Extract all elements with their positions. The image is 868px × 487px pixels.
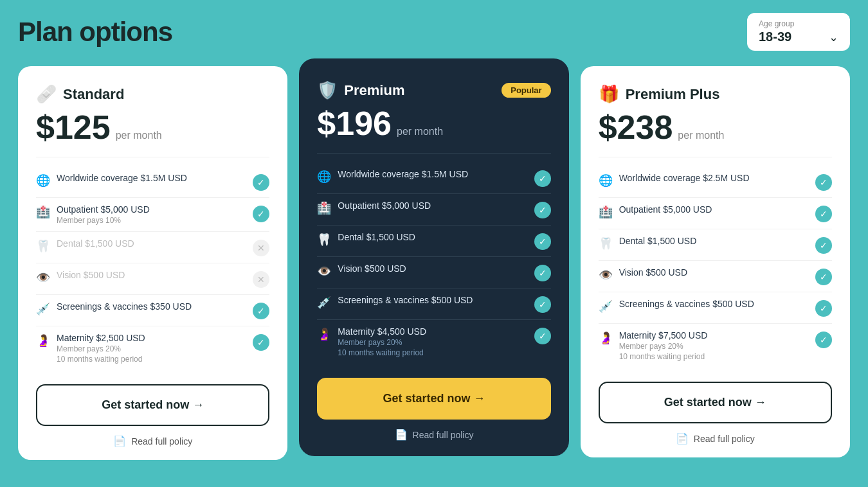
feature-left: 👁️Vision $500 USD	[599, 267, 815, 282]
age-group-dropdown[interactable]: Age group 18-39 ⌄	[747, 13, 850, 51]
feature-text: Worldwide coverage $1.5M USD	[57, 173, 187, 183]
plan-name-premium: Premium	[344, 82, 404, 99]
feature-icon: 💉	[36, 302, 50, 316]
document-icon: 📄	[676, 432, 689, 445]
age-group-label: Age group	[759, 19, 838, 28]
feature-text: Worldwide coverage $1.5M USD	[338, 169, 468, 179]
per-month-premium-plus: per month	[678, 130, 724, 141]
popular-badge: Popular	[502, 83, 550, 98]
feature-text: Vision $500 USD	[338, 263, 406, 274]
plan-card-premium: 🛡️PremiumPopular$196per month🌐Worldwide …	[299, 58, 568, 456]
feature-sub: 10 months waiting period	[57, 355, 145, 364]
plan-name-row-premium-plus: 🎁Premium Plus	[599, 84, 720, 104]
feature-item: 🌐Worldwide coverage $2.5M USD✓	[599, 166, 832, 198]
feature-item: 💉Screenings & vaccines $500 USD✓	[599, 292, 832, 324]
feature-name: Vision $500 USD	[57, 270, 125, 280]
feature-text: Vision $500 USD	[619, 267, 687, 278]
feature-name: Screenings & vaccines $500 USD	[619, 299, 754, 309]
feature-left: 🤰Maternity $2,500 USDMember pays 20%10 m…	[36, 333, 253, 364]
feature-item: 👁️Vision $500 USD✕	[36, 263, 269, 295]
plan-name-row-standard: 🩹Standard	[36, 84, 124, 104]
feature-text: Outpatient $5,000 USD	[619, 204, 712, 215]
feature-list-premium: 🌐Worldwide coverage $1.5M USD✓🏥Outpatien…	[317, 163, 550, 364]
plan-divider-standard	[36, 157, 269, 157]
feature-name: Worldwide coverage $2.5M USD	[619, 173, 750, 183]
feature-left: 👁️Vision $500 USD	[317, 263, 534, 278]
check-icon: ✓	[815, 269, 832, 285]
feature-icon: 🌐	[36, 173, 50, 188]
feature-icon: 🦷	[36, 239, 50, 253]
feature-name: Vision $500 USD	[338, 263, 406, 274]
read-policy-button-standard[interactable]: 📄Read full policy	[36, 435, 269, 447]
feature-left: 💉Screenings & vaccines $350 USD	[36, 301, 253, 316]
feature-name: Maternity $7,500 USD	[619, 330, 708, 341]
feature-left: 🌐Worldwide coverage $2.5M USD	[599, 173, 815, 188]
feature-name: Screenings & vaccines $350 USD	[57, 301, 192, 312]
cross-icon: ✕	[253, 271, 269, 288]
feature-text: Dental $1,500 USD	[619, 236, 697, 246]
check-icon: ✓	[815, 174, 832, 191]
plan-header-standard: 🩹Standard	[36, 84, 269, 104]
feature-name: Dental $1,500 USD	[338, 232, 415, 242]
read-policy-label: Read full policy	[131, 436, 192, 447]
plan-icon-standard: 🩹	[36, 84, 57, 104]
feature-left: 🤰Maternity $4,500 USDMember pays 20%10 m…	[317, 326, 534, 357]
feature-text: Maternity $4,500 USDMember pays 20%10 mo…	[338, 326, 426, 357]
feature-name: Dental $1,500 USD	[57, 238, 134, 249]
age-group-value: 18-39	[759, 30, 791, 44]
document-icon: 📄	[395, 429, 408, 441]
plan-icon-premium-plus: 🎁	[599, 84, 619, 104]
feature-item: 🤰Maternity $2,500 USDMember pays 20%10 m…	[36, 326, 269, 370]
feature-icon: 👁️	[36, 270, 50, 285]
plan-price-row-premium-plus: $238per month	[599, 111, 832, 144]
plan-name-row-premium: 🛡️Premium	[317, 80, 404, 100]
feature-text: Outpatient $5,000 USDMember pays 10%	[57, 204, 150, 225]
get-started-button-standard[interactable]: Get started now →	[36, 384, 269, 426]
check-icon: ✓	[253, 334, 269, 351]
feature-item: 👁️Vision $500 USD✓	[317, 257, 550, 288]
feature-icon: 🏥	[317, 201, 331, 215]
per-month-standard: per month	[116, 130, 162, 141]
feature-left: 🦷Dental $1,500 USD	[599, 236, 815, 251]
feature-left: 👁️Vision $500 USD	[36, 270, 253, 285]
feature-item: 🤰Maternity $4,500 USDMember pays 20%10 m…	[317, 320, 550, 364]
feature-icon: 🦷	[317, 233, 331, 247]
feature-icon: 🦷	[599, 236, 613, 251]
plan-price-premium: $196	[317, 107, 392, 140]
feature-icon: 🤰	[317, 327, 331, 341]
read-policy-button-premium[interactable]: 📄Read full policy	[317, 429, 550, 441]
check-icon: ✓	[253, 206, 269, 222]
feature-list-premium-plus: 🌐Worldwide coverage $2.5M USD✓🏥Outpatien…	[599, 166, 832, 367]
feature-text: Screenings & vaccines $500 USD	[619, 299, 754, 309]
plan-price-row-standard: $125per month	[36, 111, 269, 144]
check-icon: ✓	[534, 233, 551, 250]
feature-name: Dental $1,500 USD	[619, 236, 697, 246]
feature-icon: 👁️	[317, 264, 331, 278]
page-header: Plan options Age group 18-39 ⌄	[18, 13, 850, 51]
get-started-button-premium[interactable]: Get started now →	[317, 378, 550, 420]
check-icon: ✓	[534, 170, 551, 187]
check-icon: ✓	[253, 303, 269, 319]
plan-price-premium-plus: $238	[599, 111, 673, 144]
feature-sub: Member pays 20%	[57, 344, 145, 353]
feature-left: 🏥Outpatient $5,000 USD	[599, 204, 815, 219]
feature-icon: 🌐	[317, 170, 331, 184]
check-icon: ✓	[534, 328, 551, 344]
document-icon: 📄	[113, 435, 126, 447]
feature-text: Outpatient $5,000 USD	[338, 200, 431, 211]
check-icon: ✓	[815, 237, 832, 254]
feature-sub: Member pays 20%	[619, 342, 708, 351]
age-group-value-row: 18-39 ⌄	[759, 30, 838, 44]
feature-text: Maternity $2,500 USDMember pays 20%10 mo…	[57, 333, 145, 364]
feature-item: 🏥Outpatient $5,000 USD✓	[599, 198, 832, 229]
plan-price-row-premium: $196per month	[317, 107, 550, 140]
plan-divider-premium	[317, 153, 550, 154]
feature-name: Outpatient $5,000 USD	[338, 200, 431, 211]
feature-text: Worldwide coverage $2.5M USD	[619, 173, 750, 183]
get-started-button-premium-plus[interactable]: Get started now →	[599, 382, 832, 423]
feature-left: 🌐Worldwide coverage $1.5M USD	[36, 173, 253, 188]
read-policy-button-premium-plus[interactable]: 📄Read full policy	[599, 432, 832, 445]
check-icon: ✓	[253, 174, 269, 191]
feature-sub: 10 months waiting period	[619, 352, 708, 361]
feature-name: Maternity $4,500 USD	[338, 326, 426, 337]
